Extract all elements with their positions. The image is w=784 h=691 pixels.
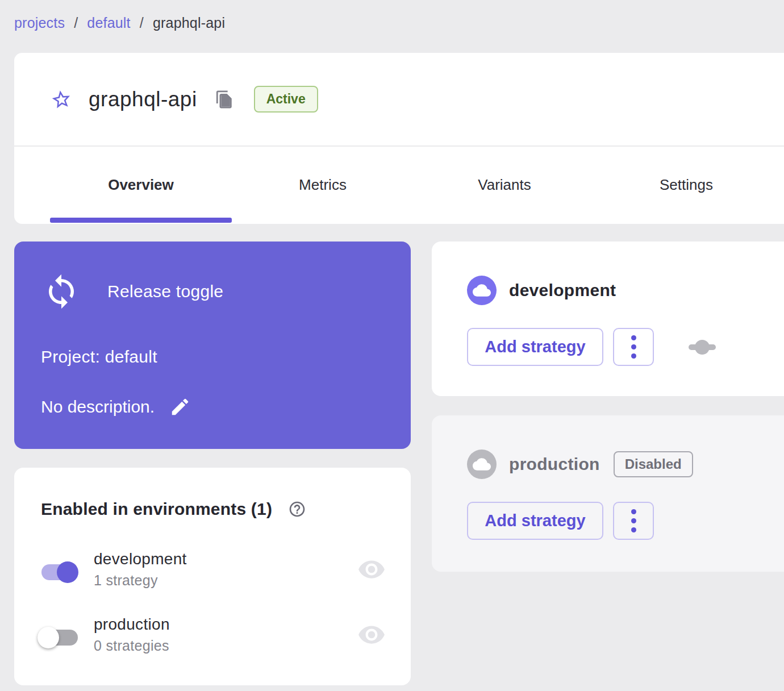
mini-slider-toggle[interactable] bbox=[689, 339, 716, 355]
feature-title-row: graphql-api Active bbox=[14, 53, 784, 147]
copy-name-button[interactable] bbox=[213, 88, 236, 111]
environment-card-production: production Disabled Add strategy bbox=[432, 415, 784, 572]
tab-metrics-label: Metrics bbox=[299, 176, 347, 194]
cloud-icon bbox=[467, 276, 497, 305]
tab-variants[interactable]: Variants bbox=[414, 147, 595, 223]
environment-actions: Add strategy bbox=[467, 502, 654, 540]
environment-strategy-count: 1 strategy bbox=[94, 572, 187, 589]
copy-icon bbox=[215, 90, 234, 109]
switch-knob bbox=[37, 627, 59, 648]
kebab-menu-icon bbox=[631, 509, 636, 514]
environment-row-name: production bbox=[94, 615, 170, 634]
cloud-icon bbox=[467, 449, 497, 479]
environment-switch-development[interactable] bbox=[40, 564, 80, 581]
breadcrumb-separator: / bbox=[140, 15, 144, 31]
pencil-icon bbox=[169, 396, 191, 418]
description-text: No description. bbox=[41, 397, 155, 417]
environment-row-name: development bbox=[94, 550, 187, 568]
kebab-menu-icon bbox=[631, 335, 636, 340]
environment-row-labels: production 0 strategies bbox=[94, 615, 170, 654]
favorite-button[interactable] bbox=[50, 88, 73, 111]
description-line: No description. bbox=[41, 396, 191, 418]
feature-header-card: graphql-api Active Overview Metrics Vari… bbox=[14, 53, 784, 224]
enabled-environments-card: Enabled in environments (1) development … bbox=[14, 468, 411, 685]
disabled-badge: Disabled bbox=[614, 451, 693, 477]
active-tab-indicator bbox=[50, 218, 232, 223]
help-button[interactable] bbox=[288, 500, 306, 518]
environment-menu-button-production[interactable] bbox=[613, 502, 654, 540]
environment-name: development bbox=[509, 281, 616, 300]
tab-metrics[interactable]: Metrics bbox=[232, 147, 414, 223]
toggle-type-label: Release toggle bbox=[107, 282, 223, 301]
switch-knob bbox=[57, 561, 78, 583]
kebab-menu-icon bbox=[631, 353, 636, 359]
release-toggle-card: Release toggle Project: default No descr… bbox=[14, 242, 411, 449]
environment-switch-production[interactable] bbox=[40, 629, 80, 646]
kebab-menu-icon bbox=[631, 344, 636, 349]
breadcrumb-separator: / bbox=[74, 15, 78, 31]
environment-header: production Disabled bbox=[467, 449, 693, 479]
breadcrumb-link-projects[interactable]: projects bbox=[14, 15, 65, 31]
project-line: Project: default bbox=[41, 347, 157, 367]
tab-settings-label: Settings bbox=[660, 176, 713, 194]
environment-card-development: development Add strategy bbox=[432, 242, 784, 396]
question-circle-icon bbox=[288, 500, 306, 518]
enabled-environments-header: Enabled in environments (1) bbox=[41, 499, 306, 519]
breadcrumb-link-default[interactable]: default bbox=[87, 15, 130, 31]
mini-slider-knob bbox=[695, 340, 710, 355]
status-badge: Active bbox=[254, 86, 318, 113]
visibility-eye-icon bbox=[357, 555, 386, 584]
toggle-type-header: Release toggle bbox=[43, 273, 223, 310]
edit-description-button[interactable] bbox=[169, 396, 191, 418]
add-strategy-button-production[interactable]: Add strategy bbox=[467, 502, 603, 540]
tab-overview[interactable]: Overview bbox=[50, 147, 232, 223]
kebab-menu-icon bbox=[631, 527, 636, 532]
environment-actions: Add strategy bbox=[467, 328, 716, 366]
environment-strategy-count: 0 strategies bbox=[94, 638, 170, 654]
star-outline-icon bbox=[49, 87, 74, 111]
feature-tabs: Overview Metrics Variants Settings bbox=[14, 147, 784, 223]
environment-menu-button-development[interactable] bbox=[613, 328, 654, 366]
visibility-eye-icon bbox=[357, 621, 386, 649]
view-environment-button-production[interactable] bbox=[357, 620, 386, 650]
environment-row-production: production 0 strategies bbox=[14, 615, 411, 660]
enabled-environments-title: Enabled in environments (1) bbox=[41, 499, 272, 519]
feature-overview-page: projects / default / graphql-api graphql… bbox=[0, 0, 784, 691]
environment-row-development: development 1 strategy bbox=[14, 550, 411, 594]
sync-arrows-icon bbox=[43, 273, 80, 310]
view-environment-button-development[interactable] bbox=[357, 555, 386, 584]
environment-name: production bbox=[509, 455, 600, 474]
environment-row-labels: development 1 strategy bbox=[94, 550, 187, 589]
environment-header: development bbox=[467, 276, 616, 305]
page-title: graphql-api bbox=[89, 88, 197, 111]
tab-overview-label: Overview bbox=[108, 176, 174, 194]
tab-variants-label: Variants bbox=[478, 176, 531, 194]
kebab-menu-icon bbox=[631, 518, 636, 523]
breadcrumb: projects / default / graphql-api bbox=[14, 15, 225, 31]
tab-settings[interactable]: Settings bbox=[595, 147, 777, 223]
breadcrumb-current: graphql-api bbox=[153, 15, 225, 31]
add-strategy-button-development[interactable]: Add strategy bbox=[467, 328, 603, 366]
